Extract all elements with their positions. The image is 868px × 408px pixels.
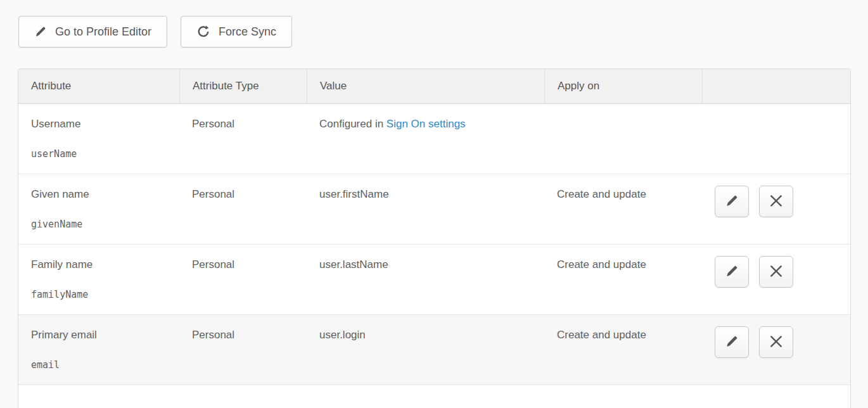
header-actions	[702, 69, 850, 103]
apply-on-cell: Create and update	[544, 245, 702, 314]
x-icon	[769, 194, 783, 210]
attribute-variable-name: givenName	[31, 219, 169, 230]
attribute-label: Username	[31, 118, 169, 131]
attribute-type-cell: Personal	[179, 245, 307, 314]
pencil-icon	[725, 194, 739, 210]
value-cell: user.firstName	[307, 174, 544, 244]
force-sync-label: Force Sync	[219, 25, 276, 39]
actions-cell	[702, 104, 850, 174]
table-row-given-name: Given name givenName Personal user.first…	[18, 174, 850, 245]
sign-on-settings-link[interactable]: Sign On settings	[386, 118, 466, 130]
attribute-type-cell: Personal	[179, 174, 307, 244]
table-row-username: Username userName Personal Configured in…	[18, 104, 850, 174]
pencil-icon	[725, 264, 739, 280]
edit-attribute-button[interactable]	[715, 186, 749, 217]
actions-cell	[702, 174, 850, 244]
attribute-cell: Family name familyName	[18, 245, 179, 314]
go-to-profile-editor-button[interactable]: Go to Profile Editor	[18, 16, 167, 48]
edit-attribute-button[interactable]	[715, 326, 749, 358]
attribute-type-cell: Personal	[179, 315, 307, 385]
apply-on-cell	[544, 104, 702, 174]
apply-on-cell: Create and update	[544, 174, 702, 244]
delete-attribute-button[interactable]	[759, 186, 793, 217]
value-cell: Configured in Sign On settings	[307, 104, 544, 174]
value-prefix-text: Configured in	[319, 118, 386, 130]
go-to-profile-editor-label: Go to Profile Editor	[55, 25, 151, 39]
attribute-label: Family name	[31, 258, 169, 271]
attribute-cell: Primary email email	[18, 315, 179, 385]
table-header-row: Attribute Attribute Type Value Apply on	[18, 69, 850, 104]
attribute-cell: Username userName	[18, 104, 179, 174]
table-row-family-name: Family name familyName Personal user.las…	[18, 245, 850, 315]
header-attribute: Attribute	[18, 69, 179, 103]
attribute-type-cell: Personal	[179, 104, 307, 174]
table-row-primary-email: Primary email email Personal user.login …	[18, 315, 850, 385]
attribute-label: Primary email	[31, 329, 169, 341]
value-cell: user.lastName	[307, 245, 544, 314]
attribute-variable-name: email	[31, 359, 169, 371]
edit-attribute-button[interactable]	[715, 256, 749, 288]
actions-cell	[702, 245, 850, 314]
attribute-mapping-table: Attribute Attribute Type Value Apply on …	[18, 68, 851, 408]
header-attribute-type: Attribute Type	[179, 69, 307, 103]
header-apply-on: Apply on	[544, 69, 702, 103]
pencil-icon	[725, 335, 739, 350]
table-row-partial	[18, 385, 850, 408]
attribute-cell: Given name givenName	[18, 174, 179, 244]
attribute-variable-name: userName	[31, 148, 169, 160]
toolbar: Go to Profile Editor Force Sync	[18, 16, 292, 48]
header-value: Value	[307, 69, 544, 103]
x-icon	[769, 335, 783, 350]
delete-attribute-button[interactable]	[759, 326, 793, 358]
attribute-label: Given name	[31, 188, 169, 201]
attribute-variable-name: familyName	[31, 289, 169, 300]
force-sync-button[interactable]: Force Sync	[181, 16, 292, 48]
pencil-icon	[34, 25, 47, 38]
apply-on-cell: Create and update	[544, 315, 702, 385]
value-cell: user.login	[307, 315, 544, 385]
actions-cell	[702, 315, 850, 385]
x-icon	[769, 264, 783, 280]
refresh-icon	[196, 25, 210, 39]
delete-attribute-button[interactable]	[759, 256, 793, 288]
